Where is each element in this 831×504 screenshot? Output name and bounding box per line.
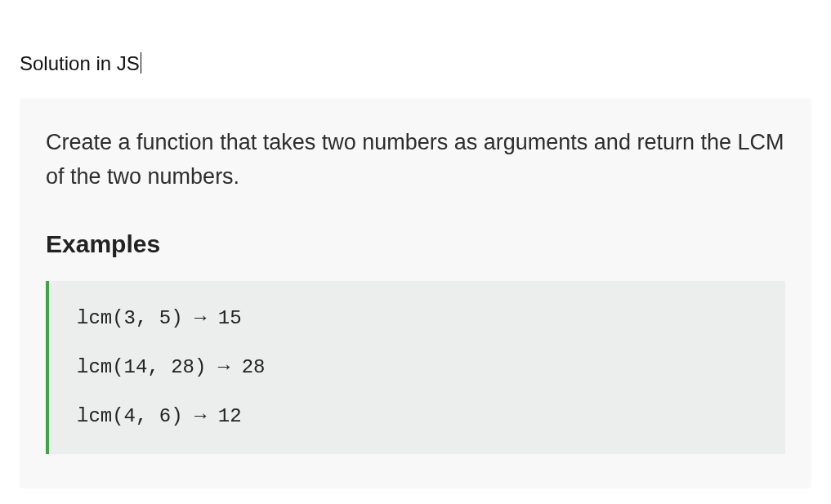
arrow-icon: →	[218, 353, 230, 382]
code-result: 28	[242, 356, 266, 378]
page-title-line[interactable]: Solution in JS	[20, 52, 141, 75]
code-call: lcm(4, 6)	[77, 405, 183, 427]
problem-card: Create a function that takes two numbers…	[20, 98, 811, 488]
code-result: 12	[218, 405, 242, 427]
arrow-icon: →	[194, 304, 206, 333]
code-example-line: lcm(4, 6) → 12	[77, 402, 762, 431]
code-example-line: lcm(3, 5) → 15	[77, 304, 762, 333]
code-result: 15	[218, 307, 242, 329]
page-title: Solution in JS	[20, 52, 140, 74]
code-call: lcm(3, 5)	[77, 307, 183, 329]
examples-heading: Examples	[46, 230, 785, 258]
code-block: lcm(3, 5) → 15 lcm(14, 28) → 28 lcm(4, 6…	[46, 281, 785, 454]
arrow-icon: →	[194, 402, 206, 431]
page: Solution in JS Create a function that ta…	[0, 0, 831, 488]
code-example-line: lcm(14, 28) → 28	[77, 353, 762, 382]
problem-description: Create a function that takes two numbers…	[46, 126, 785, 194]
code-call: lcm(14, 28)	[77, 356, 206, 378]
text-cursor-icon	[141, 52, 141, 74]
